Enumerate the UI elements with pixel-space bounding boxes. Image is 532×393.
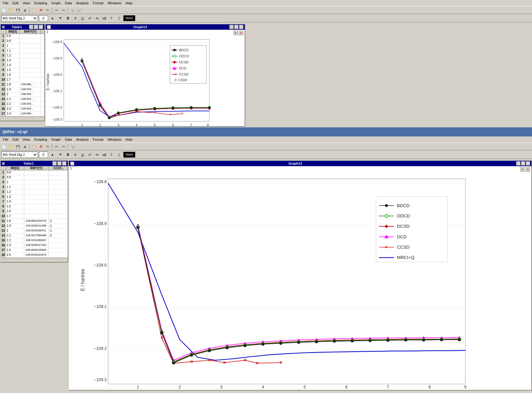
table-row: 10.8 [1, 34, 44, 39]
svg-text:1: 1 [137, 385, 139, 389]
menu-data[interactable]: Data [63, 1, 74, 5]
svg-text:MRCI+Q: MRCI+Q [397, 255, 415, 260]
bold-btn[interactable]: B [65, 15, 71, 21]
graph-maximize-btn[interactable]: □ [234, 25, 239, 29]
alpha-beta-btn-b[interactable]: αβ [101, 152, 107, 158]
subscript-btn[interactable]: x₂ [94, 15, 100, 21]
graph2-minimize-btn[interactable]: _ [516, 161, 520, 166]
scrollbar-h-bottom[interactable] [1, 258, 68, 262]
size-up-btn-b[interactable]: ▲ [49, 151, 56, 158]
bold-btn-b[interactable]: B [65, 152, 71, 158]
menu-scripting-b[interactable]: Scripting [32, 137, 49, 142]
superscript-btn[interactable]: x² [87, 15, 93, 21]
print-btn[interactable]: 🖨 [22, 7, 28, 13]
menu-data-b[interactable]: Data [63, 137, 74, 142]
zoom-out-btn[interactable]: 🔎 [76, 7, 83, 13]
menu-analysis-b[interactable]: Analysis [74, 137, 90, 142]
graph2-maximize-btn[interactable]: □ [521, 161, 525, 166]
italic-btn-b[interactable]: It [72, 152, 78, 158]
color-selector[interactable]: black [123, 15, 135, 21]
menu-windows[interactable]: Windows [106, 1, 123, 5]
paste-btn[interactable]: 📌 [37, 7, 44, 13]
color-selector-b[interactable]: black [123, 152, 135, 158]
graph2-del-btn[interactable]: × [525, 167, 530, 172]
graph-del-btn[interactable]: × [239, 30, 243, 35]
size-down-btn[interactable]: ▼ [57, 15, 64, 22]
copy-btn[interactable]: 📋 [30, 7, 37, 13]
italic-btn[interactable]: It [72, 15, 78, 21]
alpha-beta-btn[interactable]: αβ [101, 15, 107, 21]
toolbar-top: 📄 📂 💾 🖨 📋 📌 ✂ ↩ ↪ 🔍 🔎 [0, 6, 532, 14]
save-btn[interactable]: 💾 [15, 7, 21, 13]
gamma-btn[interactable]: Γ [109, 15, 115, 21]
size-down-btn-b[interactable]: ▼ [57, 151, 64, 158]
table-title-icon: ⊞ [2, 25, 5, 29]
menu-help[interactable]: Help [124, 1, 134, 5]
graph-tab-1[interactable]: 1 [47, 30, 49, 35]
svg-text:8: 8 [429, 385, 431, 389]
svg-text:DCSD: DCSD [179, 60, 188, 64]
graph-svg-top: −108.8 −108.9 −109.0 −109.1 −109.2 −109.… [46, 36, 240, 127]
superscript-btn-b[interactable]: x² [87, 152, 93, 158]
underline-btn-b[interactable]: U [80, 152, 86, 158]
subscript-btn-b[interactable]: x₂ [94, 152, 100, 158]
cut-btn[interactable]: ✂ [44, 7, 51, 13]
svg-point-57 [99, 104, 101, 107]
menu-format-b[interactable]: Format [91, 137, 105, 142]
scrollbar-h-top[interactable] [1, 116, 44, 121]
print-btn-b[interactable]: 🖨 [22, 143, 28, 150]
svg-text:7: 7 [387, 385, 389, 389]
undo-btn[interactable]: ↩ [53, 7, 60, 13]
save-btn-b[interactable]: 💾 [15, 143, 21, 150]
menu-edit-b[interactable]: Edit [11, 137, 20, 142]
open-btn[interactable]: 📂 [8, 7, 14, 13]
table2-close-btn[interactable]: × [62, 161, 66, 166]
open-btn-b[interactable]: 📂 [8, 143, 14, 150]
svg-text:BDCD: BDCD [397, 203, 410, 208]
zoom-in-btn[interactable]: 🔍 [69, 7, 76, 13]
font-size-input[interactable] [39, 15, 48, 21]
menu-file-b[interactable]: File [1, 137, 10, 142]
table2-minimize-btn[interactable]: _ [53, 161, 57, 166]
copy-btn-b[interactable]: 📋 [30, 143, 37, 150]
graph-close-btn[interactable]: × [239, 25, 243, 29]
new-btn-b[interactable]: 📄 [1, 143, 7, 150]
redo-btn[interactable]: ↪ [60, 7, 67, 13]
new-btn[interactable]: 📄 [1, 7, 7, 13]
font-size-input-b[interactable] [39, 152, 48, 158]
cut-btn-b[interactable]: ✂ [44, 143, 51, 150]
graph-minimize-btn[interactable]: _ [229, 25, 234, 29]
integral-btn[interactable]: ∫ [116, 15, 122, 21]
menu-scripting[interactable]: Scripting [32, 1, 49, 5]
table2-maximize-btn[interactable]: □ [57, 161, 62, 166]
menu-windows-b[interactable]: Windows [106, 137, 123, 142]
svg-text:−109.1: −109.1 [94, 304, 107, 309]
graph2-titlebar: 📈 Graph13 _ □ × [69, 161, 531, 166]
table-minimize-btn[interactable]: _ [29, 25, 33, 29]
table-close-btn[interactable]: × [39, 25, 43, 29]
underline-btn[interactable]: U [80, 15, 86, 21]
font-select[interactable]: MS Shell Dlg 2 [1, 15, 38, 21]
table-maximize-btn[interactable]: □ [34, 25, 38, 29]
undo-btn-b[interactable]: ↩ [53, 143, 60, 150]
paste-btn-b[interactable]: 📌 [37, 143, 44, 150]
menu-file[interactable]: File [1, 1, 10, 5]
menu-edit[interactable]: Edit [11, 1, 20, 5]
graph2-close-btn[interactable]: × [526, 161, 530, 166]
menu-graph-b[interactable]: Graph [49, 137, 63, 142]
menu-view[interactable]: View [21, 1, 32, 5]
redo-btn-b[interactable]: ↪ [60, 143, 67, 150]
graph2-tab-1[interactable]: 1 [70, 167, 72, 172]
font-select-b[interactable]: MS Shell Dlg 2 [1, 152, 38, 158]
menu-analysis[interactable]: Analysis [74, 1, 90, 5]
menu-graph[interactable]: Graph [49, 1, 63, 5]
gamma-btn-b[interactable]: Γ [109, 152, 115, 158]
menu-format[interactable]: Format [91, 1, 105, 5]
menu-help-b[interactable]: Help [124, 137, 134, 142]
integral-btn-b[interactable]: ∫ [116, 152, 122, 158]
size-up-btn[interactable]: ▲ [49, 15, 56, 22]
graph2-add-btn[interactable]: + [520, 167, 525, 172]
zoom-in-btn-b[interactable]: 🔍 [69, 143, 76, 150]
menu-view-b[interactable]: View [21, 137, 32, 142]
graph-add-btn[interactable]: + [233, 30, 238, 35]
